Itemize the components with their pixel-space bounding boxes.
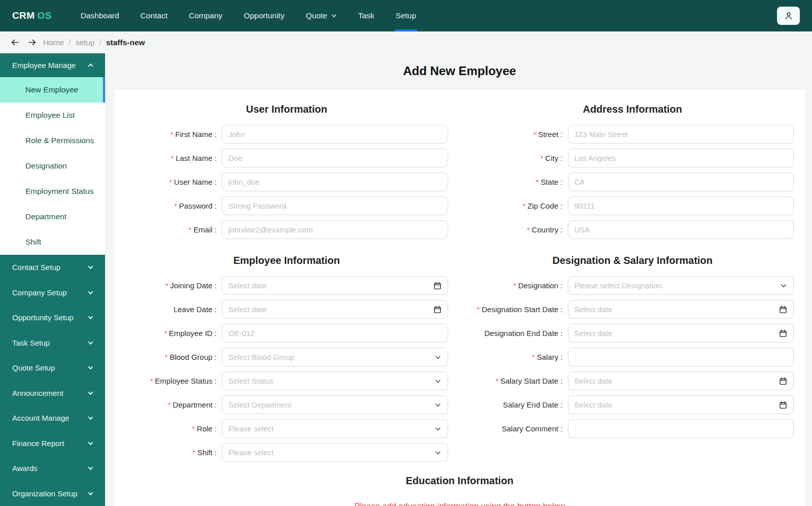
role-select[interactable]: Please select bbox=[222, 419, 448, 438]
user-name-input[interactable]: john_doe bbox=[222, 173, 448, 191]
street-input[interactable]: 123 Main Street bbox=[568, 125, 794, 144]
field-designation: Designation Please select Designation bbox=[471, 276, 794, 295]
first-name-input[interactable]: John bbox=[222, 125, 448, 144]
calendar-icon bbox=[779, 401, 787, 409]
chevron-down-icon bbox=[434, 401, 442, 409]
field-first-name: First Name John bbox=[125, 125, 448, 144]
breadcrumb-setup[interactable]: setup bbox=[76, 38, 95, 47]
main-content: Add New Employee User Information First … bbox=[105, 53, 812, 506]
nav-item-dashboard[interactable]: Dashboard bbox=[70, 0, 130, 31]
sidebar-section-account-manage[interactable]: Account Manage bbox=[0, 406, 105, 431]
address-information-section: Address Information Street 123 Main Stre… bbox=[471, 93, 794, 244]
salary-start-date-picker[interactable]: Select date bbox=[568, 372, 794, 390]
education-information-section: Education Information Please add educati… bbox=[125, 475, 794, 506]
employee-id-input[interactable]: OE-012 bbox=[222, 324, 448, 343]
chevron-down-icon bbox=[331, 13, 337, 19]
sidebar-item-new-employee[interactable]: New Employee bbox=[0, 77, 105, 103]
sidebar-section-finance-report[interactable]: Finance Report bbox=[0, 431, 105, 456]
nav-item-contact[interactable]: Contact bbox=[130, 0, 178, 31]
field-street: Street 123 Main Street bbox=[471, 125, 794, 144]
field-shift: Shift Please select bbox=[125, 443, 448, 462]
sidebar-item-shift[interactable]: Shift bbox=[0, 229, 105, 255]
nav-item-opportunity[interactable]: Opportunity bbox=[233, 0, 295, 31]
designation-salary-section: Designation & Salary Information Designa… bbox=[471, 244, 794, 467]
section-heading-user-information: User Information bbox=[125, 104, 448, 115]
chevron-down-icon bbox=[780, 282, 787, 289]
sidebar-item-department[interactable]: Department bbox=[0, 204, 105, 229]
user-account-button[interactable] bbox=[777, 7, 800, 25]
sidebar-section-employee-manage[interactable]: Employee Manage bbox=[0, 53, 105, 77]
city-input[interactable]: Los Angeles bbox=[568, 149, 794, 167]
sidebar-section-awards[interactable]: Awards bbox=[0, 456, 105, 481]
email-input[interactable]: johndoe2@example.com bbox=[222, 220, 448, 239]
salary-end-date-picker[interactable]: Select date bbox=[568, 395, 794, 414]
chevron-down-icon bbox=[87, 390, 94, 396]
field-employee-id: Employee ID OE-012 bbox=[125, 324, 448, 343]
sidebar-item-role-permissions[interactable]: Role & Permissions bbox=[0, 128, 105, 153]
chevron-down-icon bbox=[434, 425, 442, 432]
app-logo: CRMOS bbox=[12, 10, 52, 21]
calendar-icon bbox=[779, 329, 787, 338]
breadcrumb-current: staffs-new bbox=[106, 38, 145, 47]
sidebar-item-designation[interactable]: Designation bbox=[0, 153, 105, 179]
country-input[interactable]: USA bbox=[568, 220, 794, 239]
salary-comment-input[interactable] bbox=[568, 419, 794, 438]
leave-date-picker[interactable]: Select date bbox=[222, 300, 448, 319]
designation-select[interactable]: Please select Designation bbox=[568, 276, 794, 295]
shift-select[interactable]: Please select bbox=[222, 443, 448, 462]
breadcrumb: Home / setup / staffs-new bbox=[0, 31, 812, 53]
section-heading-address-information: Address Information bbox=[471, 104, 794, 115]
nav-item-task[interactable]: Task bbox=[348, 0, 385, 31]
nav-item-setup[interactable]: Setup bbox=[385, 0, 427, 31]
chevron-down-icon bbox=[434, 449, 442, 456]
breadcrumb-home[interactable]: Home bbox=[43, 38, 64, 47]
nav-item-company[interactable]: Company bbox=[178, 0, 233, 31]
joining-date-picker[interactable]: Select date bbox=[222, 276, 448, 295]
field-designation-end-date: Designation End Date Select date bbox=[471, 324, 794, 343]
sidebar-section-company-setup[interactable]: Company Setup bbox=[0, 280, 105, 306]
field-employee-status: Employee Status Select Status bbox=[125, 372, 448, 390]
nav-item-quote[interactable]: Quote bbox=[295, 0, 347, 31]
sidebar-section-quote-setup[interactable]: Quote Setup bbox=[0, 355, 105, 381]
section-heading-education-information: Education Information bbox=[125, 475, 794, 487]
designation-end-date-picker[interactable]: Select date bbox=[568, 324, 794, 343]
sidebar-item-employee-list[interactable]: Employee List bbox=[0, 103, 105, 128]
sidebar-section-announcement[interactable]: Announcement bbox=[0, 381, 105, 406]
salary-input[interactable] bbox=[568, 348, 794, 366]
field-state: State CA bbox=[471, 173, 794, 191]
sidebar-section-task-setup[interactable]: Task Setup bbox=[0, 330, 105, 356]
calendar-icon bbox=[779, 377, 787, 385]
add-employee-form-card: User Information First Name John Last Na… bbox=[114, 90, 805, 506]
sidebar-item-employment-status[interactable]: Employment Status bbox=[0, 179, 105, 204]
chevron-down-icon bbox=[87, 264, 94, 271]
calendar-icon bbox=[433, 282, 442, 290]
zip-code-input[interactable]: 90211 bbox=[568, 196, 794, 215]
state-input[interactable]: CA bbox=[568, 173, 794, 191]
back-arrow-icon[interactable] bbox=[9, 38, 21, 47]
chevron-down-icon bbox=[87, 440, 94, 447]
section-heading-employee-information: Employee Information bbox=[125, 255, 448, 266]
field-last-name: Last Name Doe bbox=[125, 149, 448, 167]
forward-arrow-icon[interactable] bbox=[26, 38, 39, 47]
sidebar-section-organization-setup[interactable]: Organization Setup bbox=[0, 481, 105, 506]
field-salary-end-date: Salary End Date Select date bbox=[471, 395, 794, 414]
department-select[interactable]: Select Department bbox=[222, 395, 448, 414]
field-email: Email johndoe2@example.com bbox=[125, 220, 448, 239]
field-salary-start-date: Salary Start Date Select date bbox=[471, 372, 794, 390]
logo-part-crm: CRM bbox=[12, 10, 35, 21]
password-input[interactable]: Strong Password bbox=[222, 196, 448, 215]
page-title: Add New Employee bbox=[114, 64, 805, 78]
sidebar-section-opportunity-setup[interactable]: Opportunity Setup bbox=[0, 305, 105, 330]
education-empty-message: Please add education information using t… bbox=[125, 501, 794, 506]
user-icon bbox=[784, 11, 794, 21]
field-zip-code: Zip Code 90211 bbox=[471, 196, 794, 215]
blood-group-select[interactable]: Select Blood Group bbox=[222, 348, 448, 366]
field-user-name: User Name john_doe bbox=[125, 173, 448, 191]
designation-start-date-picker[interactable]: Select date bbox=[568, 300, 794, 319]
sidebar-section-contact-setup[interactable]: Contact Setup bbox=[0, 255, 105, 280]
main-nav: Dashboard Contact Company Opportunity Qu… bbox=[70, 0, 427, 31]
field-designation-start-date: Designation Start Date Select date bbox=[471, 300, 794, 319]
employee-status-select[interactable]: Select Status bbox=[222, 372, 448, 390]
sidebar: Employee Manage New Employee Employee Li… bbox=[0, 53, 105, 506]
last-name-input[interactable]: Doe bbox=[222, 149, 448, 167]
